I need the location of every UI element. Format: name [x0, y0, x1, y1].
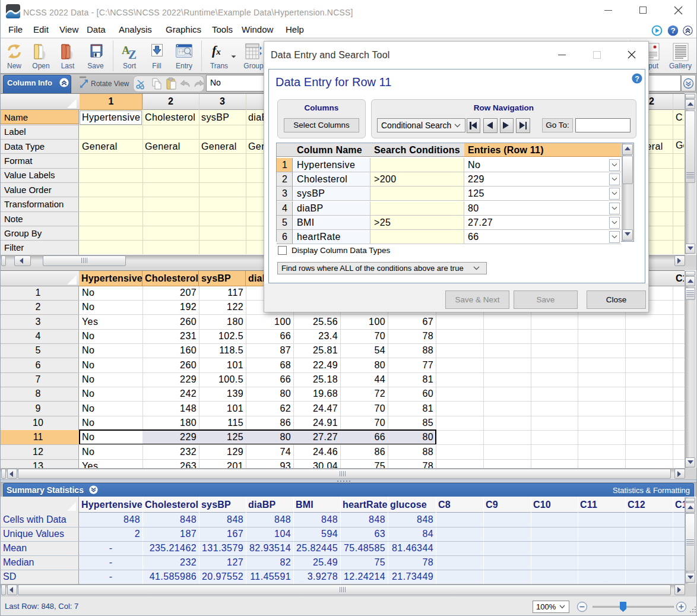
svg-text:Z: Z	[128, 48, 137, 59]
svg-text:?: ?	[635, 75, 639, 83]
svg-text:?: ?	[670, 26, 675, 35]
